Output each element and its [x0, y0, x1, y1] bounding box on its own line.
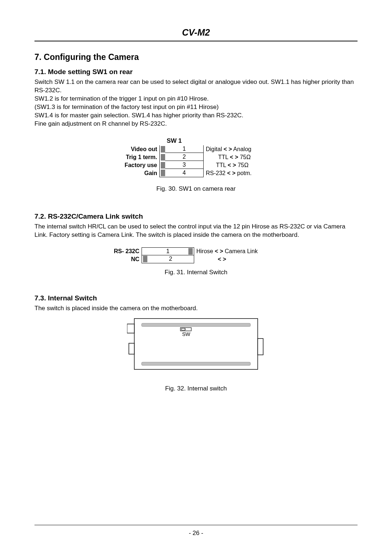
sw1-right-3: TTL < > 75Ω	[204, 161, 285, 169]
sw1-indicator-icon	[161, 154, 165, 161]
sw1-diagram: SW 1 Video out 1 Digital < > Analog Trig…	[34, 137, 358, 177]
rs232-label-2: NC	[103, 255, 142, 263]
sw1-indicator-icon	[161, 146, 165, 153]
rs232-switch-2: 2	[142, 255, 194, 263]
motherboard-diagram: SW	[34, 317, 358, 375]
sw1-right-4: RS-232 < > potm.	[204, 169, 285, 177]
svg-rect-8	[129, 343, 134, 354]
rs232-indicator-icon	[188, 248, 193, 255]
body-text-7-1-5: Fine gain adjustment on R channel by RS-…	[34, 120, 358, 128]
body-text-7-2: The internal switch HR/CL can be used to…	[34, 223, 358, 239]
rs232-diagram: RS- 232C 1 Hirose < > Camera Link NC 2 <…	[34, 247, 358, 263]
sw1-switch-1: 1	[159, 145, 204, 153]
svg-rect-4	[181, 328, 185, 330]
section-7-2-heading: 7.2. RS-232C/Camera Link switch	[34, 212, 358, 220]
body-text-7-1-2: SW1.2 is for termination of the trigger …	[34, 95, 358, 103]
sw1-indicator-icon	[161, 162, 165, 169]
svg-rect-9	[258, 339, 263, 355]
sw1-number-3: 3	[165, 161, 203, 169]
svg-rect-2	[142, 362, 250, 365]
body-text-7-1-4: SW1.4 is for master gain selection. SW1.…	[34, 112, 358, 120]
rs232-right-1: Hirose < > Camera Link	[194, 247, 289, 255]
svg-rect-1	[142, 323, 250, 327]
header-title: CV-M2	[34, 27, 358, 41]
svg-text:SW: SW	[182, 331, 191, 337]
sw1-label-trig1: Trig 1 term.	[107, 153, 159, 161]
sw1-right-2: TTL < > 75Ω	[204, 153, 285, 161]
sw1-label-factory: Factory use	[107, 161, 159, 169]
sw1-number-2: 2	[165, 153, 203, 161]
page-number: - 26 -	[189, 530, 203, 536]
sw1-title: SW 1	[0, 137, 358, 145]
sw1-label-gain: Gain	[107, 169, 159, 177]
sw1-number-1: 1	[165, 145, 203, 153]
rs232-right-2: < >	[194, 255, 289, 263]
rs232-switch-1: 1	[142, 247, 194, 255]
figure-30-caption: Fig. 30. SW1 on camera rear	[34, 185, 358, 193]
figure-32-caption: Fig. 32. Internal switch	[34, 385, 358, 392]
section-7-3-heading: 7.3. Internal Switch	[34, 294, 358, 302]
rs232-number-2: 2	[147, 255, 194, 263]
sw1-label-video-out: Video out	[107, 145, 159, 153]
rs232-number-1: 1	[142, 248, 194, 255]
section-7-1-heading: 7.1. Mode setting SW1 on rear	[34, 68, 358, 76]
body-text-7-1-3: (SW1.3 is for termination of the factory…	[34, 103, 358, 112]
svg-rect-7	[127, 324, 134, 333]
rs232-indicator-icon	[143, 256, 147, 262]
body-text-7-3: The switch is placed inside the camera o…	[34, 304, 358, 313]
sw1-indicator-icon	[161, 170, 165, 176]
sw1-switch-4: 4	[159, 169, 204, 177]
sw1-number-4: 4	[165, 169, 203, 177]
page-footer: - 26 -	[34, 525, 358, 537]
sw1-right-1: Digital < > Analog	[204, 145, 285, 153]
section-7-heading: 7. Configuring the Camera	[34, 52, 358, 62]
figure-31-caption: Fig. 31. Internal Switch	[34, 269, 358, 276]
sw1-switch-2: 2	[159, 153, 204, 161]
rs232-label-1: RS- 232C	[103, 247, 142, 255]
sw1-switch-3: 3	[159, 161, 204, 169]
body-text-7-1-1: Switch SW 1.1 on the camera rear can be …	[34, 78, 358, 95]
